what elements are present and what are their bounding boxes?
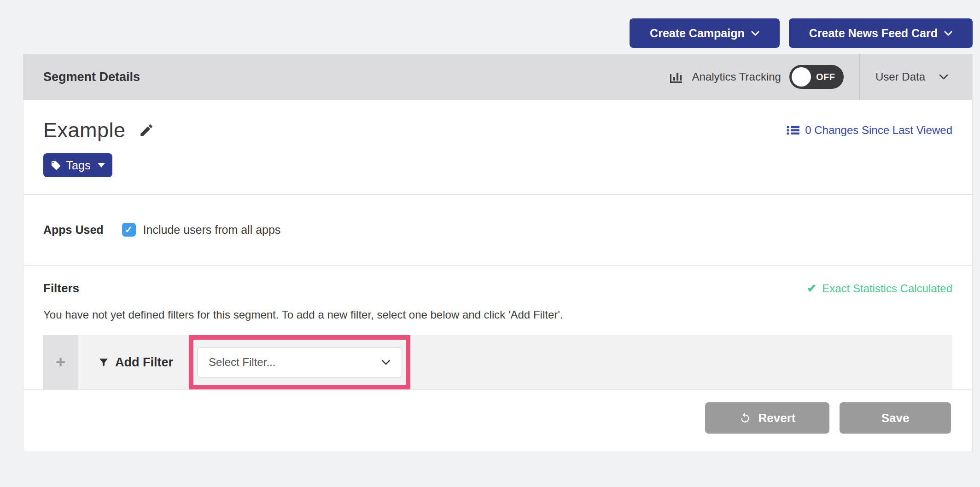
exact-statistics-status: ✔ Exact Statistics Calculated bbox=[807, 282, 952, 295]
tags-button[interactable]: Tags bbox=[43, 153, 112, 177]
user-data-label: User Data bbox=[875, 70, 925, 83]
user-data-dropdown[interactable]: User Data bbox=[860, 54, 972, 100]
chevron-down-icon bbox=[751, 31, 759, 36]
exact-statistics-label: Exact Statistics Calculated bbox=[822, 282, 952, 295]
create-news-feed-card-label: Create News Feed Card bbox=[809, 27, 938, 40]
add-filter-group: Add Filter bbox=[98, 355, 173, 370]
revert-undo-icon bbox=[739, 412, 751, 424]
changes-since-last-viewed-link[interactable]: 0 Changes Since Last Viewed bbox=[787, 124, 952, 137]
create-campaign-label: Create Campaign bbox=[650, 27, 745, 40]
check-icon: ✔ bbox=[807, 282, 817, 295]
toggle-state-label: OFF bbox=[816, 65, 835, 89]
create-news-feed-card-button[interactable]: Create News Feed Card bbox=[789, 18, 973, 48]
check-icon: ✓ bbox=[125, 224, 133, 235]
page-title: Segment Details bbox=[43, 70, 140, 84]
apps-used-label: Apps Used bbox=[43, 223, 104, 237]
edit-pencil-icon[interactable] bbox=[139, 122, 154, 138]
filters-title: Filters bbox=[43, 281, 79, 296]
save-button[interactable]: Save bbox=[840, 402, 951, 434]
select-filter-dropdown[interactable]: Select Filter... bbox=[197, 347, 402, 377]
caret-down-icon bbox=[98, 163, 105, 168]
analytics-tracking-label: Analytics Tracking bbox=[692, 70, 781, 83]
tags-button-label: Tags bbox=[66, 159, 91, 172]
add-filter-plus-button[interactable]: + bbox=[43, 335, 78, 389]
segment-name: Example bbox=[43, 118, 126, 142]
filter-funnel-icon bbox=[98, 357, 109, 368]
segment-details-card: Segment Details Analytics Tracking OFF U… bbox=[23, 54, 973, 452]
add-filter-row: + Add Filter Select Filter... bbox=[43, 335, 952, 389]
analytics-tracking-group: Analytics Tracking OFF bbox=[669, 54, 859, 100]
card-header: Segment Details Analytics Tracking OFF U… bbox=[23, 54, 972, 100]
bar-chart-icon bbox=[669, 70, 684, 84]
add-filter-label: Add Filter bbox=[115, 355, 173, 370]
include-all-apps-checkbox-row[interactable]: ✓ Include users from all apps bbox=[122, 223, 281, 237]
checkbox-checked-icon[interactable]: ✓ bbox=[122, 223, 136, 237]
change-list-icon bbox=[787, 125, 799, 135]
analytics-tracking-toggle[interactable]: OFF bbox=[789, 65, 844, 89]
top-action-bar: Create Campaign Create News Feed Card bbox=[0, 0, 980, 54]
revert-button-label: Revert bbox=[758, 411, 796, 425]
filters-empty-message: You have not yet defined filters for thi… bbox=[43, 308, 952, 321]
create-campaign-button[interactable]: Create Campaign bbox=[630, 18, 780, 48]
include-all-apps-label: Include users from all apps bbox=[143, 223, 281, 237]
plus-icon: + bbox=[56, 353, 65, 372]
chevron-down-icon bbox=[381, 359, 391, 365]
select-filter-placeholder: Select Filter... bbox=[209, 356, 275, 369]
save-button-label: Save bbox=[881, 411, 910, 425]
revert-button[interactable]: Revert bbox=[705, 402, 829, 434]
segment-title-section: Example 0 Changes Since Last Viewed T bbox=[23, 100, 972, 195]
tag-icon bbox=[51, 160, 61, 171]
card-footer: Revert Save bbox=[23, 389, 972, 452]
toggle-knob bbox=[792, 67, 811, 87]
apps-used-section: Apps Used ✓ Include users from all apps bbox=[23, 195, 972, 266]
chevron-down-icon bbox=[939, 74, 948, 80]
filters-section: Filters ✔ Exact Statistics Calculated Yo… bbox=[23, 266, 972, 389]
tutorial-highlight-box: Select Filter... bbox=[189, 335, 410, 389]
chevron-down-icon bbox=[944, 31, 952, 36]
changes-link-label: 0 Changes Since Last Viewed bbox=[805, 124, 952, 137]
